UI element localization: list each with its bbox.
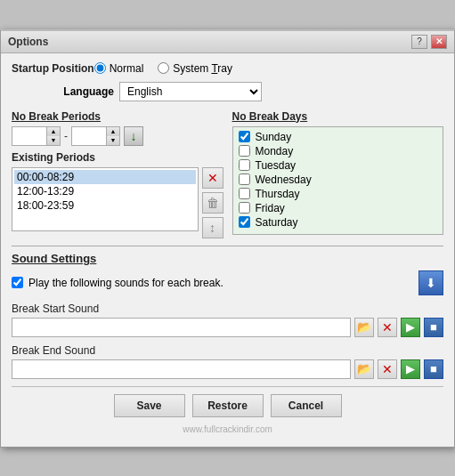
startup-position-row: Startup Position Normal System Tray xyxy=(12,62,443,75)
download-icon: ⬇ xyxy=(426,276,436,290)
day-saturday[interactable]: Saturday xyxy=(239,216,438,229)
break-end-stop-button[interactable]: ■ xyxy=(424,359,443,379)
break-start-stop-button[interactable]: ■ xyxy=(424,318,443,337)
radio-normal-label: Normal xyxy=(110,62,144,75)
break-end-delete-button[interactable]: ✕ xyxy=(378,359,397,379)
radio-system-tray[interactable]: System Tray xyxy=(158,62,232,75)
break-end-path-input[interactable]: F:\Hatchery\PCWB\bin\Debug\sounds\end.wa… xyxy=(12,359,351,379)
day-monday-label: Monday xyxy=(256,145,294,157)
content-area: Startup Position Normal System Tray Lang… xyxy=(1,53,454,447)
day-thursday[interactable]: Thursday xyxy=(239,188,438,200)
days-listbox: Sunday Monday Tuesday Wednesday xyxy=(232,126,444,235)
sound-check-left: Play the following sounds for each break… xyxy=(12,277,223,289)
stop-icon: ■ xyxy=(430,362,437,375)
footer-buttons: Save Restore Cancel xyxy=(12,386,443,423)
break-start-path-input[interactable]: F:\Hatchery\PCWB\bin\Debug\sounds\start.… xyxy=(12,318,351,337)
break-start-browse-button[interactable]: 📂 xyxy=(354,318,374,337)
sound-check-row: Play the following sounds for each break… xyxy=(12,270,443,295)
period-input-row: 00:00 ▲ ▼ - 07:59 ▲ ▼ ↓ xyxy=(12,126,223,146)
add-period-button[interactable]: ↓ xyxy=(124,126,143,146)
day-wednesday-label: Wednesday xyxy=(256,173,312,186)
startup-position-label: Startup Position xyxy=(12,62,94,75)
play-sounds-label: Play the following sounds for each break… xyxy=(28,277,223,289)
move-icon: ↕ xyxy=(209,221,215,235)
break-start-label: Break Start Sound xyxy=(12,303,443,315)
break-start-delete-button[interactable]: ✕ xyxy=(378,318,397,337)
day-saturday-label: Saturday xyxy=(256,216,298,229)
folder-icon: 📂 xyxy=(357,320,371,334)
language-row: Language English xyxy=(12,82,443,101)
radio-system-tray-label: System Tray xyxy=(173,62,232,75)
no-break-periods-header: No Break Periods xyxy=(12,110,223,123)
close-button[interactable]: ✕ xyxy=(431,35,447,49)
play-icon: ▶ xyxy=(406,362,415,375)
edit-period-button[interactable]: 🗑 xyxy=(202,192,223,214)
start-time-up[interactable]: ▲ xyxy=(47,127,60,136)
help-button[interactable]: ? xyxy=(411,35,427,49)
day-wednesday[interactable]: Wednesday xyxy=(239,173,438,186)
edit-icon: 🗑 xyxy=(207,196,219,210)
break-end-path-row: F:\Hatchery\PCWB\bin\Debug\sounds\end.wa… xyxy=(12,359,443,379)
restore-button[interactable]: Restore xyxy=(192,394,264,417)
delete-icon: ✕ xyxy=(207,171,218,185)
startup-position-options: Normal System Tray xyxy=(94,62,232,75)
existing-periods-row: 00:00-08:29 12:00-13:29 18:00-23:59 ✕ 🗑 … xyxy=(12,167,223,238)
dash-separator: - xyxy=(64,130,68,142)
left-column: No Break Periods 00:00 ▲ ▼ - 07:59 ▲ xyxy=(12,110,223,238)
day-sunday[interactable]: Sunday xyxy=(239,131,438,143)
end-time-input[interactable]: 07:59 xyxy=(72,127,106,145)
list-item[interactable]: 18:00-23:59 xyxy=(14,198,196,213)
start-time-down[interactable]: ▼ xyxy=(47,136,60,145)
play-sounds-checkbox[interactable] xyxy=(12,277,23,288)
download-sounds-button[interactable]: ⬇ xyxy=(418,270,443,295)
language-label: Language xyxy=(47,85,114,98)
options-window: Options ? ✕ Startup Position Normal Syst… xyxy=(0,29,455,448)
end-time-spinners: ▲ ▼ xyxy=(106,127,119,145)
delete-icon: ✕ xyxy=(382,362,393,376)
window-title: Options xyxy=(8,36,48,48)
no-break-days-header: No Break Days xyxy=(232,110,444,123)
start-time-input[interactable]: 00:00 xyxy=(12,127,46,145)
break-end-play-button[interactable]: ▶ xyxy=(401,359,420,379)
end-time-up[interactable]: ▲ xyxy=(107,127,119,136)
day-friday-label: Friday xyxy=(256,202,285,214)
watermark: www.fullcrackindir.com xyxy=(12,423,443,438)
day-sunday-label: Sunday xyxy=(256,131,292,143)
list-action-buttons: ✕ 🗑 ↕ xyxy=(202,167,223,238)
folder-icon: 📂 xyxy=(357,362,371,375)
list-item[interactable]: 12:00-13:29 xyxy=(14,184,196,198)
play-icon: ▶ xyxy=(406,320,415,334)
stop-icon: ■ xyxy=(430,320,437,334)
language-select[interactable]: English xyxy=(119,82,262,101)
list-item[interactable]: 00:00-08:29 xyxy=(14,170,196,184)
titlebar-buttons: ? ✕ xyxy=(411,35,447,49)
periods-listbox[interactable]: 00:00-08:29 12:00-13:29 18:00-23:59 xyxy=(12,167,199,231)
day-tuesday[interactable]: Tuesday xyxy=(239,159,438,172)
break-start-path-row: F:\Hatchery\PCWB\bin\Debug\sounds\start.… xyxy=(12,318,443,337)
move-period-button[interactable]: ↕ xyxy=(202,217,223,238)
delete-icon: ✕ xyxy=(382,320,393,335)
cancel-button[interactable]: Cancel xyxy=(271,394,342,417)
right-column: No Break Days Sunday Monday Tuesday xyxy=(232,110,444,238)
day-monday[interactable]: Monday xyxy=(239,145,438,157)
day-friday[interactable]: Friday xyxy=(239,202,438,214)
save-button[interactable]: Save xyxy=(114,394,185,417)
start-time-input-group[interactable]: 00:00 ▲ ▼ xyxy=(12,126,61,146)
titlebar: Options ? ✕ xyxy=(1,31,454,53)
radio-normal[interactable]: Normal xyxy=(94,62,144,75)
start-time-spinners: ▲ ▼ xyxy=(46,127,60,145)
day-tuesday-label: Tuesday xyxy=(256,159,297,172)
section-divider xyxy=(12,246,443,246)
break-end-label: Break End Sound xyxy=(12,344,443,357)
sound-settings-header: Sound Settings xyxy=(12,252,443,265)
end-time-input-group[interactable]: 07:59 ▲ ▼ xyxy=(71,126,120,146)
break-end-browse-button[interactable]: 📂 xyxy=(354,359,374,379)
delete-period-button[interactable]: ✕ xyxy=(202,167,223,189)
existing-periods-header: Existing Periods xyxy=(12,151,223,164)
break-start-play-button[interactable]: ▶ xyxy=(401,318,420,337)
two-col-layout: No Break Periods 00:00 ▲ ▼ - 07:59 ▲ xyxy=(12,110,443,238)
day-thursday-label: Thursday xyxy=(256,188,300,200)
end-time-down[interactable]: ▼ xyxy=(107,136,119,145)
